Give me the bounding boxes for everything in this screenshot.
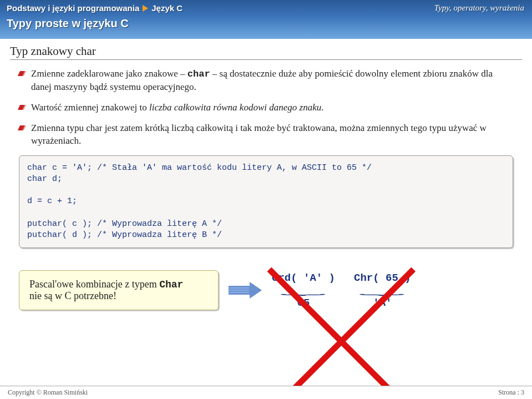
bullet-item: Zmienna typu char jest zatem krótką licz… bbox=[31, 122, 510, 148]
text: Pascal'owe kombinacje z typem bbox=[29, 279, 159, 290]
result-text: 'A' bbox=[354, 297, 411, 309]
section-title: Typ znakowy char bbox=[10, 44, 522, 58]
text: nie są w C potrzebne! bbox=[29, 290, 116, 301]
page-number: Strona : 3 bbox=[498, 388, 524, 397]
crumb-course: Podstawy i języki programowania bbox=[7, 3, 139, 13]
crumb-topic: Typy, operatory, wyrażenia bbox=[434, 3, 524, 13]
emphasized-text: liczba całkowita równa kodowi danego zna… bbox=[149, 102, 321, 113]
chr-expression: Chr( 65 ) ⏟ 'A' bbox=[354, 272, 411, 309]
page-subtitle: Typy proste w języku C bbox=[7, 17, 525, 30]
content-area: Zmienne zadeklarowane jako znakowe – cha… bbox=[0, 60, 532, 148]
text: Zmienna typu char jest zatem krótką licz… bbox=[31, 123, 487, 146]
brace-icon: ⏟ bbox=[286, 290, 479, 293]
section-header: Typ znakowy char bbox=[10, 44, 522, 60]
bullet-item: Wartość zmiennej znakowej to liczba całk… bbox=[31, 102, 510, 114]
crossed-out-group: Ord( 'A' ) ⏟ 65 Chr( 65 ) ⏟ 'A' bbox=[272, 272, 411, 309]
text: Zmienne zadeklarowane jako znakowe – bbox=[31, 68, 188, 79]
text: . bbox=[321, 102, 323, 113]
code-block: char c = 'A'; /* Stała 'A' ma wartość ko… bbox=[19, 155, 513, 249]
expression-text: Chr( 65 ) bbox=[354, 272, 411, 284]
text: Wartość zmiennej znakowej to bbox=[31, 102, 149, 113]
crumb-language: Język C bbox=[151, 3, 183, 13]
inline-code: char bbox=[188, 69, 210, 79]
inline-code: Char bbox=[159, 279, 183, 290]
bullet-item: Zmienne zadeklarowane jako znakowe – cha… bbox=[31, 68, 510, 94]
note-box: Pascal'owe kombinacje z typem Char nie s… bbox=[19, 270, 219, 310]
arrow-icon bbox=[143, 5, 148, 12]
copyright-text: Copyright © Roman Simiński bbox=[8, 388, 88, 397]
result-text: 65 bbox=[272, 297, 335, 309]
expression-text: Ord( 'A' ) bbox=[272, 272, 335, 284]
bottom-row: Pascal'owe kombinacje z typem Char nie s… bbox=[19, 270, 513, 310]
footer: Copyright © Roman Simiński Strona : 3 bbox=[0, 386, 532, 399]
header: Podstawy i języki programowania Język C … bbox=[0, 0, 532, 39]
